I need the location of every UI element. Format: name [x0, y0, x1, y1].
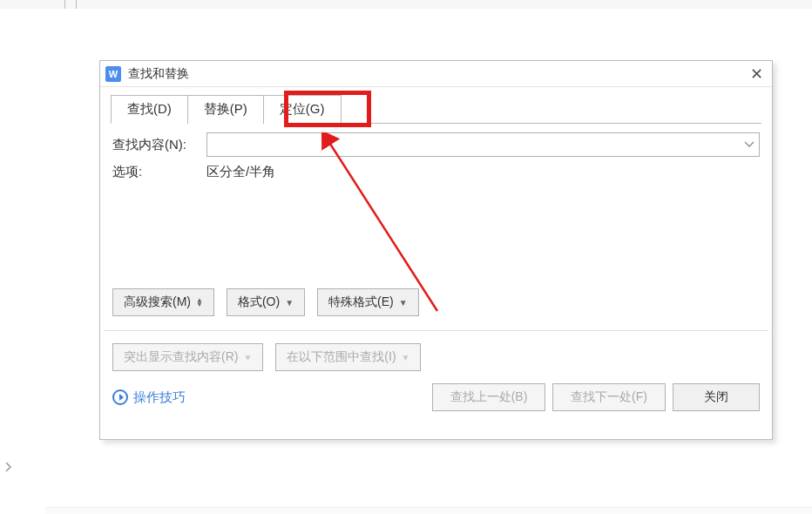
options-value: 区分全/半角: [206, 164, 275, 180]
app-icon: W: [105, 66, 121, 82]
dialog-title: 查找和替换: [128, 66, 189, 82]
divider: [104, 330, 768, 331]
tab-find[interactable]: 查找(D): [111, 95, 188, 124]
ruler-marker-left: [64, 0, 77, 9]
tabs: 查找(D) 替换(P) 定位(G): [111, 94, 761, 124]
middle-button-row: 高级搜索(M) ▲▼ 格式(O) ▼ 特殊格式(E) ▼: [100, 288, 772, 316]
tab-goto[interactable]: 定位(G): [263, 95, 342, 124]
special-format-button[interactable]: 特殊格式(E) ▼: [317, 288, 419, 316]
highlight-found-button: 突出显示查找内容(R) ▼: [112, 343, 263, 371]
find-content-row: 查找内容(N):: [112, 132, 760, 157]
find-next-button: 查找下一处(F): [552, 383, 666, 411]
titlebar: W 查找和替换 ✕: [100, 61, 772, 87]
options-row: 选项: 区分全/半角: [112, 164, 760, 180]
find-prev-button: 查找上一处(B): [432, 383, 545, 411]
ruler-marker-right: [793, 0, 805, 9]
spacer: [100, 187, 772, 283]
form-area: 查找内容(N): 选项: 区分全/半角: [100, 124, 772, 180]
secondary-button-row: 突出显示查找内容(R) ▼ 在以下范围中查找(I) ▼: [100, 343, 772, 371]
chevron-down-icon: ▼: [285, 298, 294, 308]
play-icon: [112, 389, 128, 405]
options-label: 选项:: [112, 164, 206, 180]
find-content-label: 查找内容(N):: [112, 137, 206, 153]
footer-buttons: 查找上一处(B) 查找下一处(F) 关闭: [432, 383, 760, 411]
chevron-down-icon: ▼: [399, 298, 408, 308]
close-button[interactable]: 关闭: [673, 383, 760, 411]
format-button[interactable]: 格式(O) ▼: [227, 288, 305, 316]
find-content-input[interactable]: [207, 133, 740, 156]
bottom-edge: [45, 507, 812, 514]
find-content-input-wrapper: [206, 132, 760, 157]
help-link-label: 操作技巧: [133, 389, 186, 406]
updown-icon: ▲▼: [196, 298, 203, 307]
tabs-container: 查找(D) 替换(P) 定位(G): [100, 87, 772, 124]
ruler: [0, 0, 812, 9]
footer-row: 操作技巧 查找上一处(B) 查找下一处(F) 关闭: [100, 371, 772, 411]
tab-replace[interactable]: 替换(P): [187, 95, 264, 124]
chevron-down-icon: ▼: [402, 353, 410, 362]
left-panel-trigger[interactable]: [0, 457, 17, 477]
search-in-range-button: 在以下范围中查找(I) ▼: [275, 343, 421, 371]
close-icon[interactable]: ✕: [746, 64, 767, 85]
help-link[interactable]: 操作技巧: [112, 389, 186, 406]
find-replace-dialog: W 查找和替换 ✕ 查找(D) 替换(P) 定位(G) 查找内容(N): 选项:…: [99, 60, 773, 440]
find-content-dropdown-icon[interactable]: [740, 141, 759, 148]
advanced-search-button[interactable]: 高级搜索(M) ▲▼: [112, 288, 214, 316]
chevron-down-icon: ▼: [243, 353, 252, 362]
